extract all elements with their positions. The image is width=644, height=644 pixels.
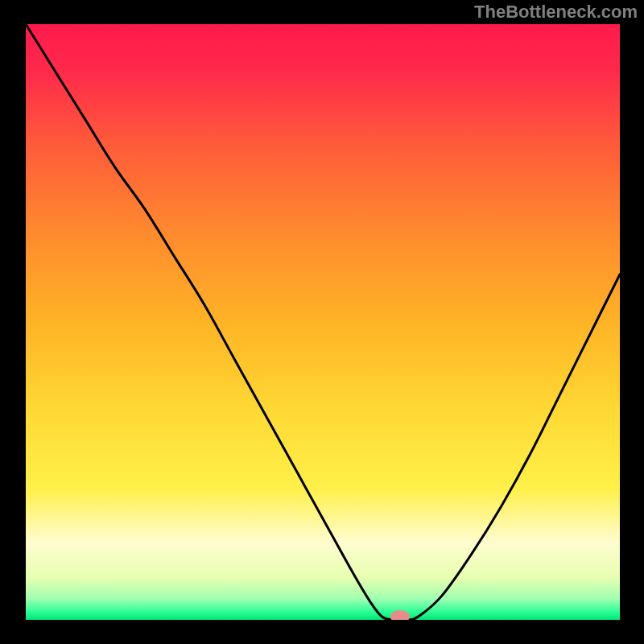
chart-frame: TheBottleneck.com — [0, 0, 644, 644]
gradient-background — [26, 24, 620, 620]
plot-area — [26, 24, 620, 620]
chart-svg — [26, 24, 620, 620]
attribution-text: TheBottleneck.com — [474, 2, 638, 23]
